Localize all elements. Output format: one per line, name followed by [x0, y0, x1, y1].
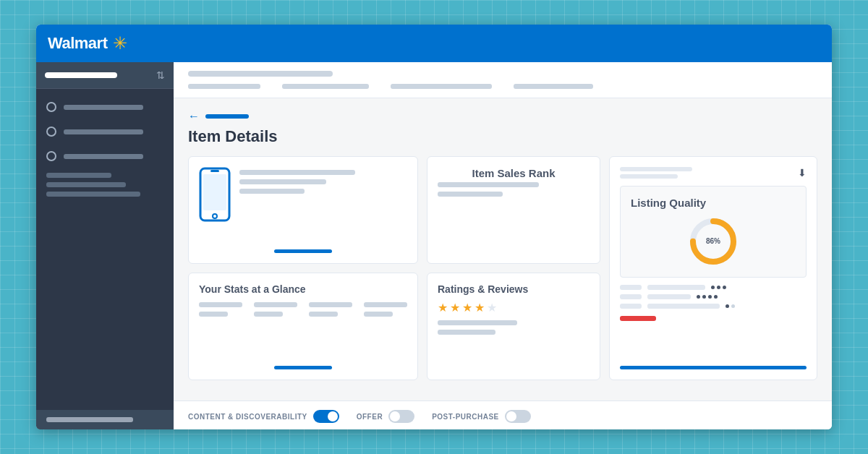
- page-title: Item Details: [188, 127, 817, 146]
- toggle-offer-group: OFFER: [357, 410, 414, 423]
- toggle-offer-label: OFFER: [357, 413, 383, 421]
- stats-col-1: [199, 302, 242, 359]
- lq-top-section: Listing Quality 86%: [620, 186, 807, 278]
- toggle-content-knob: [328, 411, 338, 421]
- tab-1[interactable]: [188, 84, 260, 89]
- breadcrumb-bar: [205, 114, 249, 119]
- sidebar-select[interactable]: ⇅: [36, 62, 174, 89]
- stats-footer: [199, 366, 407, 369]
- back-arrow-icon[interactable]: ←: [188, 110, 200, 123]
- stats-blue-bar: [274, 366, 332, 369]
- item-details-card: [188, 156, 418, 264]
- app-window: Walmart ✳ ⇅: [36, 25, 832, 429]
- sidebar-item-3[interactable]: [36, 144, 174, 168]
- main-content: ← Item Details: [174, 62, 832, 429]
- star-4: ★: [475, 301, 485, 314]
- quality-donut-chart: 86%: [688, 216, 739, 267]
- sidebar-group-item-1: [46, 173, 111, 178]
- sidebar-group-item-3: [46, 192, 140, 197]
- toggle-post-purchase-knob: [506, 411, 516, 421]
- app-body: ⇅: [36, 62, 832, 429]
- lq-list: [620, 285, 807, 359]
- walmart-logo: Walmart ✳: [48, 33, 127, 53]
- brand-name: Walmart: [48, 34, 107, 53]
- lq-blue-bar: [620, 366, 807, 369]
- tab-4[interactable]: [514, 84, 593, 89]
- item-details-footer: [199, 249, 407, 253]
- dot-1: [711, 286, 715, 289]
- stats-col-3: [309, 302, 352, 359]
- lq-item-bar-1a: [620, 285, 642, 290]
- toggle-post-purchase-switch[interactable]: [505, 410, 531, 423]
- sidebar-item-2[interactable]: [36, 119, 174, 144]
- ratings-title: Ratings & Reviews: [438, 283, 590, 295]
- stats-bar-3b: [309, 312, 338, 317]
- lq-list-item-2: [620, 294, 807, 299]
- star-5: ★: [487, 301, 497, 314]
- lq-dots-1: [711, 286, 726, 289]
- top-bar-tabs: [188, 84, 817, 89]
- listing-quality-title: Listing Quality: [631, 197, 796, 209]
- star-1: ★: [438, 301, 448, 314]
- lq-item-bar-1b: [647, 285, 705, 290]
- sidebar-circle-2: [46, 127, 56, 137]
- star-2: ★: [450, 301, 460, 314]
- lq-header-bar-1: [620, 167, 692, 171]
- sales-rank-card: Item Sales Rank: [427, 156, 600, 264]
- lq-item-bar-3a: [620, 304, 642, 309]
- dot-7: [714, 295, 718, 299]
- toggle-offer-switch[interactable]: [388, 410, 414, 423]
- star-3: ★: [462, 301, 472, 314]
- content-area: ← Item Details: [174, 98, 832, 401]
- sidebar-select-bar: [45, 72, 117, 78]
- sidebar-label-2: [64, 129, 143, 134]
- top-bar-title-bar: [188, 71, 333, 77]
- stats-bar-4a: [364, 302, 407, 307]
- sidebar-arrow-icon: ⇅: [156, 69, 165, 81]
- rank-bar-1: [438, 182, 539, 187]
- sidebar-label-1: [64, 105, 143, 110]
- stats-col-2: [254, 302, 297, 359]
- phone-icon: [199, 167, 231, 242]
- stats-columns: [199, 302, 407, 359]
- dot-3: [723, 286, 726, 289]
- item-title-bar: [239, 170, 355, 175]
- item-subtitle-bar: [239, 179, 326, 184]
- lq-header-bars: [620, 167, 692, 179]
- sidebar-label-3: [64, 154, 143, 159]
- toggle-offer-knob: [390, 411, 400, 421]
- stats-col-4: [364, 302, 407, 359]
- tab-3[interactable]: [391, 84, 492, 89]
- sidebar-group-item-2: [46, 182, 126, 187]
- toggle-post-purchase-label: POST-PURCHASE: [432, 413, 499, 421]
- item-detail-bar: [239, 189, 305, 194]
- main-top-bar: [174, 62, 832, 98]
- tab-2[interactable]: [282, 84, 369, 89]
- lq-footer: [620, 359, 807, 369]
- top-bar-title-row: [188, 71, 817, 77]
- breadcrumb: ←: [188, 110, 817, 123]
- lq-header-bar-2: [620, 174, 678, 179]
- stats-bar-3a: [309, 302, 352, 307]
- sidebar-active-item[interactable]: [36, 410, 174, 429]
- ratings-card: Ratings & Reviews ★ ★ ★ ★ ★: [427, 273, 600, 380]
- header: Walmart ✳: [36, 25, 832, 62]
- lq-list-item-3: [620, 304, 807, 309]
- toggle-content-switch[interactable]: [313, 410, 339, 423]
- stars-row: ★ ★ ★ ★ ★: [438, 301, 590, 314]
- dot-4: [697, 295, 700, 299]
- sidebar-group: [36, 168, 174, 201]
- sidebar-items: [36, 89, 174, 410]
- lq-item-bar-2b: [647, 294, 691, 299]
- sidebar: ⇅: [36, 62, 174, 429]
- item-details-content: [199, 167, 407, 242]
- sidebar-circle-3: [46, 151, 56, 161]
- donut-score-text: 86%: [706, 237, 720, 246]
- sidebar-item-1[interactable]: [36, 95, 174, 119]
- download-icon[interactable]: ⬇: [798, 167, 807, 179]
- lq-header: ⬇: [620, 167, 807, 179]
- stats-card: Your Stats at a Glance: [188, 273, 418, 380]
- toggle-content-group: CONTENT & DISCOVERABILITY: [188, 410, 339, 423]
- ratings-bars: [438, 320, 590, 335]
- stats-bar-1a: [199, 302, 242, 307]
